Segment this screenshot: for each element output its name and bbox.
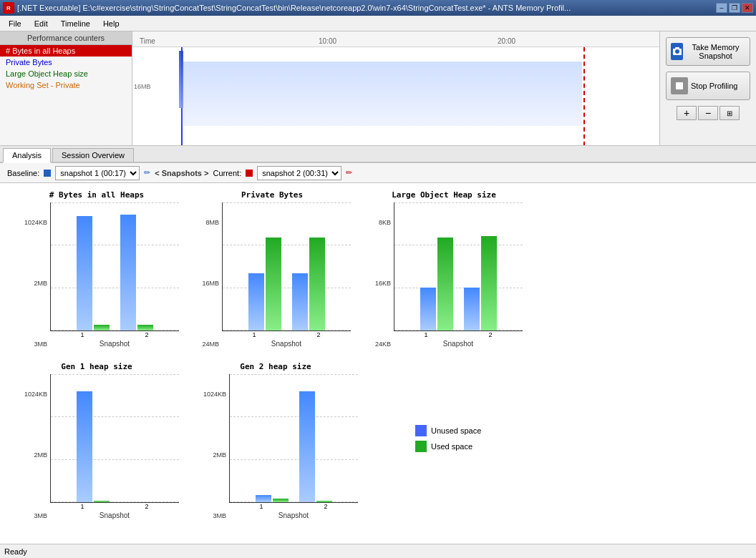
restore-button[interactable]: ❐ (729, 3, 740, 13)
legend-unused-color (415, 425, 427, 436)
statusbar: Ready (0, 544, 756, 558)
chart-loh-xticklabels: 1 2 (394, 331, 523, 338)
chart-bytes-heaps-bars (51, 202, 179, 331)
xtick-pb-1: 1 (252, 331, 256, 338)
charts-row-2: Gen 1 heap size 3MB 2MB 1024KB (14, 362, 742, 519)
xtick-loh-1: 1 (424, 331, 427, 338)
bar-loh-2 (464, 236, 497, 331)
chart-bytes-heaps-xlabel: Snapshot (100, 340, 130, 348)
chart-bytes-heaps: # Bytes in all Heaps 3MB 2MB 1024KB (14, 190, 179, 348)
bar-2-blue (120, 215, 136, 331)
chart-gen1: Gen 1 heap size 3MB 2MB 1024KB (14, 362, 179, 519)
ylabel-16mb: 16MB (193, 280, 219, 287)
chart-bytes-heaps-ylabels: 3MB 2MB 1024KB (14, 219, 50, 348)
window-controls: – ❐ ✕ (716, 3, 753, 13)
xtick-gen1-1: 1 (80, 503, 84, 510)
legend-unused-label: Unused space (431, 426, 481, 435)
chart-bytes-heaps-title: # Bytes in all Heaps (49, 190, 144, 200)
chart-gen1-title: Gen 1 heap size (61, 362, 132, 371)
chart-gen2-wrap: 3MB 2MB 1024KB (193, 374, 358, 519)
bar-1-blue (77, 216, 92, 331)
bar-pb-1-green (266, 238, 281, 331)
ylabel-24mb: 24MB (193, 341, 219, 348)
chart-private-bytes-title: Private Bytes (241, 190, 303, 200)
chart-bytes-heaps-wrap: 3MB 2MB 1024KB (14, 202, 179, 348)
ylabel-gen1-2mb: 2MB (14, 451, 47, 459)
bar-2-green (137, 325, 153, 331)
minimize-button[interactable]: – (716, 3, 727, 13)
chart-private-bytes-bars (223, 202, 351, 331)
bar-gen2-1-blue (256, 495, 271, 502)
chart-gen2-plot (229, 374, 358, 503)
xtick-gen2-1: 1 (259, 503, 263, 510)
bar-pb-2-green (309, 238, 325, 331)
ylabel-loh-24kb: 24KB (365, 341, 391, 348)
chart-gen1-xticklabels: 1 2 (50, 503, 179, 510)
snapshots-nav[interactable]: < Snapshots > (155, 169, 208, 177)
close-button[interactable]: ✕ (742, 3, 753, 13)
take-snapshot-button[interactable]: Take Memory Snapshot (666, 37, 750, 66)
svg-rect-2 (675, 47, 679, 49)
chart-loh-title: Large Object Heap size (392, 190, 496, 200)
bar-pb-2-blue (292, 273, 308, 331)
chart-gen2-ylabels: 3MB 2MB 1024KB (193, 391, 229, 519)
xtick-gen2-2: 2 (324, 503, 327, 510)
stop-profiling-label: Stop Profiling (691, 82, 737, 90)
zoom-out-button[interactable]: − (698, 106, 718, 120)
legend-used-label: Used space (431, 442, 472, 451)
sidebar-item-working-set[interactable]: Working Set - Private (0, 79, 132, 91)
menubar: File Edit Timeline Help (0, 16, 756, 31)
sidebar-item-bytes-heaps[interactable]: # Bytes in all Heaps (0, 45, 132, 57)
bar-group-1 (77, 216, 110, 331)
svg-point-1 (675, 49, 679, 54)
chart-gen2-xlabel: Snapshot (278, 512, 309, 519)
chart-private-bytes-xlabel: Snapshot (271, 340, 301, 348)
chart-bytes-heaps-xticklabels: 1 2 (50, 331, 179, 338)
chart-gen2-title: Gen 2 heap size (240, 362, 311, 371)
chart-gen1-bars (51, 374, 179, 502)
charts-area: # Bytes in all Heaps 3MB 2MB 1024KB (0, 183, 756, 544)
tab-analysis[interactable]: Analysis (3, 148, 51, 163)
ylabel-gen1-3mb: 3MB (14, 512, 47, 519)
chart-gen2-xticklabels: 1 2 (229, 503, 358, 510)
timeline-chart: 16MB (132, 47, 659, 145)
sidebar-item-private-bytes[interactable]: Private Bytes (0, 57, 132, 68)
zoom-fit-button[interactable]: ⊞ (719, 106, 740, 120)
bar-gen2-2 (299, 391, 332, 502)
baseline-color-indicator (44, 170, 51, 177)
menu-edit[interactable]: Edit (29, 18, 54, 29)
timeline-tick-10: 10:00 (319, 37, 336, 45)
zoom-in-button[interactable]: + (677, 106, 697, 120)
charts-row-1: # Bytes in all Heaps 3MB 2MB 1024KB (14, 190, 742, 348)
chart-gen1-plot (50, 374, 179, 503)
sidebar-item-loh[interactable]: Large Object Heap size (0, 68, 132, 79)
chart-private-bytes-ylabels: 24MB 16MB 8MB (193, 219, 222, 348)
timeline-spike (179, 51, 183, 108)
menu-help[interactable]: Help (97, 18, 125, 29)
chart-loh-wrap: 24KB 16KB 8KB (365, 202, 523, 348)
current-label: Current: (213, 169, 241, 177)
snapshot-bar: Baseline: snapshot 1 (00:17) ✏ < Snapsho… (0, 163, 756, 183)
bar-gen1-1-green (94, 501, 110, 502)
current-color-indicator (246, 170, 253, 177)
menu-file[interactable]: File (3, 18, 27, 29)
chart-loh: Large Object Heap size 24KB 16KB 8KB (365, 190, 523, 348)
timeline-tick-time: Time (140, 37, 155, 45)
xtick-pb-2: 2 (316, 331, 320, 338)
edit-baseline-icon[interactable]: ✏ (144, 168, 150, 177)
bar-gen2-1-green (273, 499, 289, 502)
baseline-label: Baseline: (7, 169, 39, 177)
bar-gen2-2-green (316, 501, 332, 502)
stop-profiling-button[interactable]: Stop Profiling (666, 72, 750, 100)
timeline-ylabel: 16MB (134, 83, 151, 90)
tab-session-overview[interactable]: Session Overview (52, 148, 134, 162)
current-select[interactable]: snapshot 2 (00:31) (257, 166, 341, 180)
chart-private-bytes-plot (222, 202, 351, 331)
edit-current-icon[interactable]: ✏ (346, 168, 352, 177)
xtick-1: 1 (80, 331, 84, 338)
chart-gen2-bars (230, 374, 358, 502)
baseline-select[interactable]: snapshot 1 (00:17) (55, 166, 140, 180)
zoom-controls: + − ⊞ (677, 106, 740, 120)
menu-timeline[interactable]: Timeline (55, 18, 96, 29)
performance-counters-panel: Performance counters # Bytes in all Heap… (0, 31, 132, 145)
